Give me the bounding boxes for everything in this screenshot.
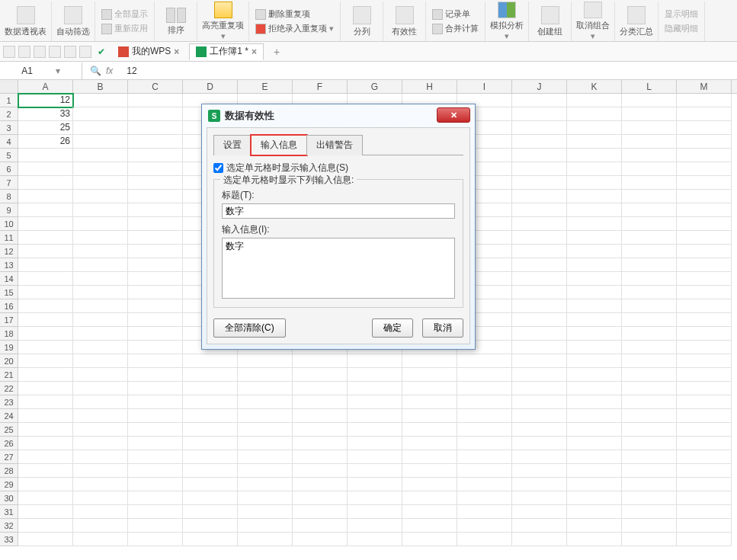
cell-H31[interactable]: [402, 505, 457, 519]
fx-search-icon[interactable]: 🔍: [90, 66, 101, 76]
cell-D26[interactable]: [183, 437, 238, 450]
cell-I20[interactable]: [457, 354, 512, 368]
cell-M24[interactable]: [677, 409, 732, 423]
whatif-button[interactable]: 模拟分析▾: [485, 2, 529, 41]
cell-A2[interactable]: 33: [18, 107, 73, 121]
cell-I22[interactable]: [457, 382, 512, 395]
show-all-button[interactable]: 全部显示: [100, 8, 149, 21]
cell-K8[interactable]: [567, 190, 622, 203]
cell-A4[interactable]: 26: [18, 135, 73, 149]
cell-J1[interactable]: [512, 94, 567, 107]
cell-H28[interactable]: [402, 464, 457, 478]
cell-B3[interactable]: [73, 121, 128, 135]
cell-A31[interactable]: [18, 505, 73, 519]
row-header-24[interactable]: 24: [0, 409, 18, 423]
row-header-18[interactable]: 18: [0, 327, 18, 341]
cell-L14[interactable]: [622, 272, 677, 286]
cell-B33[interactable]: [73, 533, 128, 546]
cell-K32[interactable]: [567, 519, 622, 533]
cell-H33[interactable]: [402, 533, 457, 546]
cell-A6[interactable]: [18, 162, 73, 176]
cell-K12[interactable]: [567, 245, 622, 258]
cell-J30[interactable]: [512, 491, 567, 505]
cell-M14[interactable]: [677, 272, 732, 286]
cell-M1[interactable]: [677, 94, 732, 107]
cell-G21[interactable]: [348, 368, 402, 382]
cell-C27[interactable]: [128, 450, 183, 464]
cell-C9[interactable]: [128, 203, 183, 217]
cell-H29[interactable]: [402, 478, 457, 491]
cell-J14[interactable]: [512, 272, 567, 286]
cell-A29[interactable]: [18, 478, 73, 491]
cell-B11[interactable]: [73, 231, 128, 245]
cell-K20[interactable]: [567, 354, 622, 368]
cell-C16[interactable]: [128, 299, 183, 313]
cell-K22[interactable]: [567, 382, 622, 395]
create-group-button[interactable]: 创建组: [529, 2, 572, 41]
row-header-26[interactable]: 26: [0, 437, 18, 450]
cell-L21[interactable]: [622, 368, 677, 382]
cell-C31[interactable]: [128, 505, 183, 519]
cell-J3[interactable]: [512, 121, 567, 135]
cell-C10[interactable]: [128, 217, 183, 231]
dialog-close-button[interactable]: ✕: [437, 107, 470, 123]
clear-all-button[interactable]: 全部清除(C): [213, 318, 286, 338]
cell-C18[interactable]: [128, 327, 183, 341]
cell-B14[interactable]: [73, 272, 128, 286]
tab-mywps-close[interactable]: ×: [174, 46, 179, 57]
cell-G25[interactable]: [348, 423, 402, 437]
cell-A7[interactable]: [18, 176, 73, 190]
row-header-31[interactable]: 31: [0, 505, 18, 519]
cell-F29[interactable]: [293, 478, 348, 491]
cell-K21[interactable]: [567, 368, 622, 382]
cell-M12[interactable]: [677, 245, 732, 258]
row-header-1[interactable]: 1: [0, 94, 18, 107]
tab-error-alert[interactable]: 出错警告: [306, 135, 363, 155]
cell-H25[interactable]: [402, 423, 457, 437]
name-box-dropdown-icon[interactable]: ▾: [56, 66, 60, 76]
row-header-21[interactable]: 21: [0, 368, 18, 382]
consolidate-button[interactable]: 合并计算: [431, 22, 480, 35]
cell-I31[interactable]: [457, 505, 512, 519]
cell-K25[interactable]: [567, 423, 622, 437]
cell-J4[interactable]: [512, 135, 567, 149]
cell-A14[interactable]: [18, 272, 73, 286]
cell-G30[interactable]: [348, 491, 402, 505]
dialog-titlebar[interactable]: S 数据有效性 ✕: [202, 104, 475, 127]
cell-E33[interactable]: [238, 533, 293, 546]
row-header-19[interactable]: 19: [0, 341, 18, 354]
cell-G27[interactable]: [348, 450, 402, 464]
cell-L5[interactable]: [622, 149, 677, 162]
cell-L26[interactable]: [622, 437, 677, 450]
cell-M13[interactable]: [677, 258, 732, 272]
cell-J31[interactable]: [512, 505, 567, 519]
cell-B8[interactable]: [73, 190, 128, 203]
row-header-15[interactable]: 15: [0, 286, 18, 299]
cell-D23[interactable]: [183, 395, 238, 409]
cell-A1[interactable]: 12: [18, 94, 73, 107]
cell-A9[interactable]: [18, 203, 73, 217]
cell-G32[interactable]: [348, 519, 402, 533]
cell-M33[interactable]: [677, 533, 732, 546]
cell-M27[interactable]: [677, 450, 732, 464]
cell-K2[interactable]: [567, 107, 622, 121]
cell-A12[interactable]: [18, 245, 73, 258]
cell-L1[interactable]: [622, 94, 677, 107]
col-header-F[interactable]: F: [293, 80, 348, 93]
tab-settings[interactable]: 设置: [213, 135, 252, 155]
cell-J8[interactable]: [512, 190, 567, 203]
cell-E24[interactable]: [238, 409, 293, 423]
cell-A13[interactable]: [18, 258, 73, 272]
row-header-8[interactable]: 8: [0, 190, 18, 203]
cell-K10[interactable]: [567, 217, 622, 231]
cell-K30[interactable]: [567, 491, 622, 505]
cell-J33[interactable]: [512, 533, 567, 546]
cell-H30[interactable]: [402, 491, 457, 505]
title-input[interactable]: [222, 203, 455, 219]
cell-L25[interactable]: [622, 423, 677, 437]
cell-M25[interactable]: [677, 423, 732, 437]
cell-M29[interactable]: [677, 478, 732, 491]
cell-C19[interactable]: [128, 341, 183, 354]
cell-A23[interactable]: [18, 395, 73, 409]
cell-B28[interactable]: [73, 464, 128, 478]
